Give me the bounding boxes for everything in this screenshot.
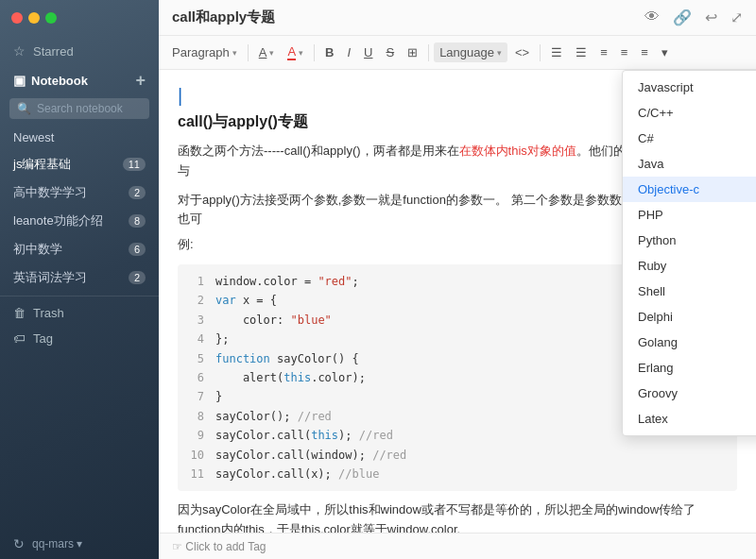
chevron-down-icon: ▾ bbox=[232, 48, 237, 58]
starred-label: Starred bbox=[33, 44, 74, 59]
item-badge: 11 bbox=[123, 158, 146, 171]
align-center-button[interactable]: ≡ bbox=[615, 42, 634, 62]
para1-highlight: 在 bbox=[459, 144, 472, 158]
sidebar-item-tag[interactable]: 🏷 Tag bbox=[0, 326, 159, 351]
lang-item-ruby[interactable]: Ruby bbox=[623, 253, 756, 279]
sidebar-item-js[interactable]: js编程基础 11 bbox=[0, 150, 159, 178]
item-label: js编程基础 bbox=[13, 156, 71, 173]
font-label: A bbox=[259, 45, 267, 59]
lang-item-groovy[interactable]: Groovy bbox=[623, 381, 756, 406]
tag-label: Tag bbox=[33, 331, 53, 346]
page-title: call和apply专题 bbox=[172, 8, 644, 26]
sidebar-item-starred[interactable]: ☆ Starred bbox=[0, 36, 159, 66]
sidebar-item-english[interactable]: 英语词法学习 2 bbox=[0, 263, 159, 292]
main-titlebar: call和apply专题 👁 🔗 ↩ ⤢ bbox=[159, 0, 756, 36]
item-label: 初中数学 bbox=[13, 241, 62, 258]
italic-button[interactable]: I bbox=[341, 42, 356, 62]
undo-icon[interactable]: ↩ bbox=[705, 8, 717, 26]
minimize-button[interactable] bbox=[28, 12, 40, 24]
lang-item-csharp[interactable]: C# bbox=[623, 126, 756, 151]
editor-toolbar: Paragraph ▾ A ▾ A ▾ B I U S ⊞ Language bbox=[159, 36, 756, 70]
link-icon[interactable]: 🔗 bbox=[673, 8, 692, 26]
underline-label: U bbox=[364, 45, 372, 59]
paragraph-selector[interactable]: Paragraph ▾ bbox=[166, 42, 243, 62]
more-icon: ▾ bbox=[662, 45, 668, 59]
lang-item-erlang[interactable]: Erlang bbox=[623, 355, 756, 381]
language-label: Language bbox=[439, 45, 494, 59]
image-button[interactable]: ⊞ bbox=[402, 42, 423, 62]
sidebar: ☆ Starred ▣ Notebook + 🔍 Newest js编程基础 1… bbox=[0, 0, 159, 559]
sidebar-item-notebook[interactable]: ▣ Notebook + bbox=[0, 66, 159, 94]
lang-item-javascript[interactable]: Javascript bbox=[623, 75, 756, 100]
search-input[interactable] bbox=[37, 102, 142, 115]
lang-item-python[interactable]: Python bbox=[623, 228, 756, 253]
sidebar-item-math-mid[interactable]: 初中数学 6 bbox=[0, 235, 159, 263]
sidebar-item-trash[interactable]: 🗑 Trash bbox=[0, 300, 159, 326]
divider bbox=[0, 296, 159, 296]
add-notebook-button[interactable]: + bbox=[135, 72, 146, 89]
separator bbox=[248, 44, 249, 61]
expand-icon[interactable]: ⤢ bbox=[730, 8, 743, 26]
item-badge: 2 bbox=[129, 271, 146, 284]
underline-button[interactable]: U bbox=[358, 42, 378, 62]
sidebar-item-newest[interactable]: Newest bbox=[0, 125, 159, 150]
align-left-icon: ≡ bbox=[600, 45, 608, 59]
code-button[interactable]: <> bbox=[509, 42, 535, 62]
chevron-down-icon: ▾ bbox=[299, 48, 303, 58]
more-button[interactable]: ▾ bbox=[656, 42, 674, 62]
notebook-label: Notebook bbox=[31, 74, 88, 88]
align-right-button[interactable]: ≡ bbox=[635, 42, 654, 62]
editor-para3: 因为sayColor在全局域中，所以this和window或者不写都是等价的，所… bbox=[178, 500, 737, 533]
star-icon: ☆ bbox=[13, 43, 26, 59]
lang-item-java[interactable]: Java bbox=[623, 151, 756, 177]
item-label: leanote功能介绍 bbox=[13, 212, 103, 229]
tag-icon: 🏷 bbox=[13, 331, 26, 346]
chevron-down-icon: ▾ bbox=[497, 48, 502, 58]
code-line: 10 sayColor.call(window); //red bbox=[189, 446, 726, 465]
align-center-icon: ≡ bbox=[621, 45, 628, 59]
strikethrough-button[interactable]: S bbox=[380, 42, 400, 62]
lang-item-objective-c[interactable]: Objective-c bbox=[623, 177, 756, 202]
paragraph-label: Paragraph bbox=[172, 45, 230, 59]
language-selector[interactable]: Language ▾ bbox=[434, 42, 507, 62]
item-badge: 2 bbox=[129, 186, 146, 199]
chevron-down-icon: ▾ bbox=[269, 48, 274, 58]
maximize-button[interactable] bbox=[45, 12, 57, 24]
sync-icon[interactable]: ↻ bbox=[13, 536, 25, 551]
eye-icon[interactable]: 👁 bbox=[644, 8, 660, 26]
search-box: 🔍 bbox=[9, 98, 149, 119]
para1-start: 函数之两个方法-----call()和apply()，两者都是用来在 bbox=[178, 144, 459, 158]
lang-item-delphi[interactable]: Delphi bbox=[623, 304, 756, 330]
lang-item-php[interactable]: PHP bbox=[623, 202, 756, 228]
item-badge: 6 bbox=[129, 243, 146, 256]
lang-item-c-cpp[interactable]: C/C++ bbox=[623, 100, 756, 126]
item-badge: 8 bbox=[129, 214, 146, 228]
lang-item-golang[interactable]: Golang bbox=[623, 330, 756, 355]
notebook-icon: ▣ bbox=[13, 73, 26, 88]
code-icon: <> bbox=[515, 45, 529, 59]
user-label[interactable]: qq-mars ▾ bbox=[32, 537, 82, 551]
code-line: 11 sayColor.call(x); //blue bbox=[189, 465, 726, 483]
language-dropdown: Javascript C/C++ C# Java Objective-c PHP… bbox=[622, 70, 756, 436]
close-button[interactable] bbox=[11, 12, 23, 24]
search-icon: 🔍 bbox=[17, 102, 31, 115]
separator bbox=[540, 44, 541, 61]
font-color-button[interactable]: A ▾ bbox=[282, 42, 309, 63]
lang-item-latex[interactable]: Latex bbox=[623, 406, 756, 432]
list-icon: ☰ bbox=[551, 45, 562, 59]
separator bbox=[314, 44, 315, 61]
ordered-list-button[interactable]: ☰ bbox=[570, 42, 593, 62]
trash-label: Trash bbox=[33, 306, 64, 320]
bold-button[interactable]: B bbox=[319, 42, 339, 62]
tag-status[interactable]: ☞ Click to add Tag bbox=[172, 540, 266, 553]
unordered-list-button[interactable]: ☰ bbox=[545, 42, 568, 62]
newest-label: Newest bbox=[13, 130, 54, 144]
para1-highlight2: 数体内this对象的值 bbox=[472, 144, 576, 158]
sidebar-item-math-high[interactable]: 高中数学学习 2 bbox=[0, 178, 159, 207]
align-left-button[interactable]: ≡ bbox=[594, 42, 613, 62]
titlebar-actions: 👁 🔗 ↩ ⤢ bbox=[644, 8, 743, 26]
lang-item-shell[interactable]: Shell bbox=[623, 279, 756, 304]
sidebar-item-leanote[interactable]: leanote功能介绍 8 bbox=[0, 207, 159, 235]
font-button[interactable]: A ▾ bbox=[253, 42, 281, 62]
ordered-list-icon: ☰ bbox=[576, 45, 587, 59]
